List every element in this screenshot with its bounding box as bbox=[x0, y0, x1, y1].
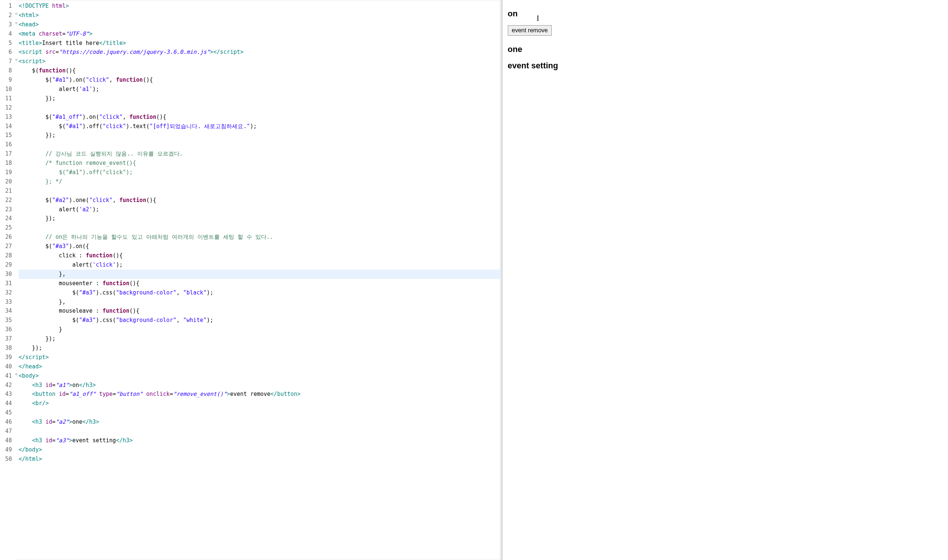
code-line[interactable]: <html> bbox=[19, 11, 501, 20]
code-line[interactable]: $("#a1").off("click"); bbox=[19, 168, 501, 177]
line-number: 38 bbox=[0, 343, 13, 353]
code-line[interactable] bbox=[19, 103, 501, 112]
line-number: 37 bbox=[0, 334, 13, 343]
heading-one[interactable]: one bbox=[508, 45, 943, 54]
line-number: 14 bbox=[0, 122, 13, 131]
code-line[interactable]: }); bbox=[19, 131, 501, 140]
code-editor-pane: 1234567891011121314151617181920212223242… bbox=[0, 0, 503, 560]
line-number: 28 bbox=[0, 251, 13, 260]
line-number: 21 bbox=[0, 186, 13, 196]
code-line[interactable]: $("#a3").css("background-color", "black"… bbox=[19, 288, 501, 297]
line-number: 2 bbox=[0, 11, 13, 20]
line-number: 26 bbox=[0, 232, 13, 242]
code-line[interactable]: $("#a3").css("background-color", "white"… bbox=[19, 315, 501, 325]
code-line[interactable]: <h3 id="a1">on</h3> bbox=[19, 381, 501, 390]
line-number: 1 bbox=[0, 2, 13, 11]
code-line[interactable]: } bbox=[19, 325, 501, 334]
line-number: 45 bbox=[0, 408, 13, 417]
code-line[interactable]: $("#a1").off("click").text("[off]되었습니다. … bbox=[19, 122, 501, 131]
line-number: 5 bbox=[0, 38, 13, 48]
line-number: 43 bbox=[0, 389, 13, 399]
line-number: 27 bbox=[0, 242, 13, 251]
code-line[interactable]: }); bbox=[19, 94, 501, 103]
code-line[interactable]: <head> bbox=[19, 20, 501, 29]
line-number: 9 bbox=[0, 75, 13, 85]
code-line[interactable] bbox=[19, 140, 501, 149]
code-line[interactable]: </html> bbox=[19, 455, 501, 464]
line-number: 15 bbox=[0, 131, 13, 140]
code-line[interactable]: }); bbox=[19, 343, 501, 353]
code-line[interactable]: alert('a2'); bbox=[19, 205, 501, 214]
heading-event-setting[interactable]: event setting bbox=[508, 61, 943, 71]
line-number: 36 bbox=[0, 325, 13, 334]
code-line[interactable]: $("#a3").on({ bbox=[19, 242, 501, 251]
line-number: 47 bbox=[0, 427, 13, 436]
code-line[interactable]: }, bbox=[19, 297, 501, 307]
code-line[interactable]: mouseenter : function(){ bbox=[19, 279, 501, 288]
code-line[interactable]: </body> bbox=[19, 445, 501, 455]
line-number: 10 bbox=[0, 85, 13, 94]
line-number: 34 bbox=[0, 306, 13, 315]
code-line[interactable]: // on은 하나의 기능을 할수도 있고 아래처럼 여러개의 이벤트를 세팅 … bbox=[19, 232, 501, 242]
code-line[interactable]: $("#a2").one("click", function(){ bbox=[19, 196, 501, 205]
line-number: 22 bbox=[0, 196, 13, 205]
code-line[interactable]: <h3 id="a3">event setting</h3> bbox=[19, 436, 501, 445]
line-number: 29 bbox=[0, 260, 13, 269]
code-line[interactable]: <script src="https://code.jquery.com/jqu… bbox=[19, 48, 501, 57]
code-line[interactable]: <button id="a1_off" type="button" onclic… bbox=[19, 389, 501, 399]
line-number: 30 bbox=[0, 269, 13, 279]
code-line[interactable]: click : function(){ bbox=[19, 251, 501, 260]
heading-on[interactable]: on bbox=[508, 9, 943, 18]
code-line[interactable] bbox=[19, 427, 501, 436]
line-number: 31 bbox=[0, 279, 13, 288]
code-line[interactable]: <!DOCTYPE html> bbox=[19, 2, 501, 11]
line-number: 3 bbox=[0, 20, 13, 29]
editor-scroll[interactable]: 1234567891011121314151617181920212223242… bbox=[0, 0, 501, 560]
code-line[interactable]: // 강사님 코드 실행되지 않음.. 이유를 모르겠다. bbox=[19, 149, 501, 158]
line-number: 44 bbox=[0, 399, 13, 408]
line-number: 17 bbox=[0, 149, 13, 158]
code-line[interactable]: }); bbox=[19, 334, 501, 343]
code-line[interactable] bbox=[19, 186, 501, 196]
line-number: 4 bbox=[0, 29, 13, 38]
line-number: 39 bbox=[0, 353, 13, 362]
code-line[interactable]: <script> bbox=[19, 57, 501, 66]
code-line[interactable] bbox=[19, 408, 501, 417]
line-number: 11 bbox=[0, 94, 13, 103]
line-number: 32 bbox=[0, 288, 13, 297]
code-line[interactable]: <br/> bbox=[19, 399, 501, 408]
code-line[interactable]: <title>Insert title here</title> bbox=[19, 38, 501, 48]
code-line[interactable] bbox=[19, 223, 501, 232]
code-line[interactable]: <body> bbox=[19, 371, 501, 381]
code-line[interactable]: alert('a1'); bbox=[19, 85, 501, 94]
code-line[interactable]: </script> bbox=[19, 353, 501, 362]
code-line[interactable]: </head> bbox=[19, 362, 501, 371]
line-number: 7 bbox=[0, 57, 13, 66]
event-remove-button[interactable]: event remove bbox=[508, 25, 552, 35]
line-number: 40 bbox=[0, 362, 13, 371]
code-line[interactable]: <h3 id="a2">one</h3> bbox=[19, 417, 501, 427]
line-number: 18 bbox=[0, 158, 13, 168]
line-number: 25 bbox=[0, 223, 13, 232]
code-line[interactable]: alert('click'); bbox=[19, 260, 501, 269]
code-line[interactable]: $("#a1_off").on("click", function(){ bbox=[19, 112, 501, 122]
line-number: 20 bbox=[0, 177, 13, 186]
code-line[interactable]: $("#a1").on("click", function(){ bbox=[19, 75, 501, 85]
line-number: 48 bbox=[0, 436, 13, 445]
browser-preview-pane: on I event remove one event setting bbox=[503, 0, 948, 560]
line-number: 24 bbox=[0, 214, 13, 223]
code-line[interactable]: }, bbox=[19, 269, 501, 279]
line-number: 42 bbox=[0, 381, 13, 390]
code-line[interactable]: <meta charset="UTF-8"> bbox=[19, 29, 501, 38]
line-number: 23 bbox=[0, 205, 13, 214]
line-number: 49 bbox=[0, 445, 13, 455]
code-line[interactable]: }); bbox=[19, 214, 501, 223]
code-line[interactable]: mouseleave : function(){ bbox=[19, 306, 501, 315]
code-line[interactable]: /* function remove_event(){ bbox=[19, 158, 501, 168]
line-number: 46 bbox=[0, 417, 13, 427]
line-number: 6 bbox=[0, 48, 13, 57]
line-number: 12 bbox=[0, 103, 13, 112]
code-line[interactable]: $(function(){ bbox=[19, 66, 501, 75]
code-line[interactable]: }; */ bbox=[19, 177, 501, 186]
code-area[interactable]: <!DOCTYPE html><html><head><meta charset… bbox=[15, 0, 501, 560]
